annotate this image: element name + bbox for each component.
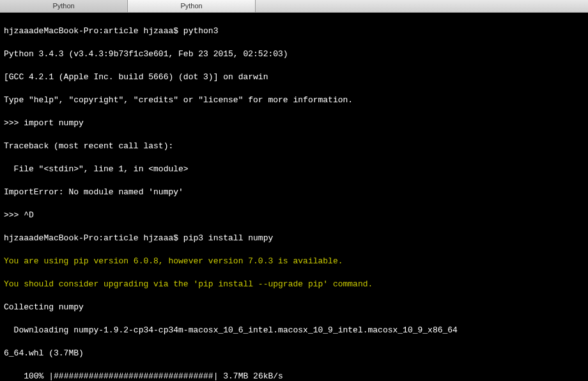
term-line: >>> import numpy: [4, 118, 584, 129]
tab-bar: Python Python: [0, 0, 588, 13]
term-line: Traceback (most recent call last):: [4, 141, 584, 152]
term-line: >>> ^D: [4, 210, 584, 221]
term-line: 100% |################################| …: [4, 371, 584, 381]
term-line: Python 3.4.3 (v3.4.3:9b73f1c3e601, Feb 2…: [4, 49, 584, 60]
term-line-warning: You are using pip version 6.0.8, however…: [4, 256, 584, 267]
terminal-output[interactable]: hjzaaadeMacBook-Pro:article hjzaaa$ pyth…: [0, 13, 588, 381]
term-line: File "<stdin>", line 1, in <module>: [4, 164, 584, 175]
term-line: 6_64.whl (3.7MB): [4, 348, 584, 359]
term-line: ImportError: No module named 'numpy': [4, 187, 584, 198]
tab-python-1[interactable]: Python: [0, 0, 128, 12]
tab-python-2[interactable]: Python: [128, 0, 256, 12]
term-line: [GCC 4.2.1 (Apple Inc. build 5666) (dot …: [4, 72, 584, 83]
term-line: Collecting numpy: [4, 302, 584, 313]
term-line: hjzaaadeMacBook-Pro:article hjzaaa$ pip3…: [4, 233, 584, 244]
term-line: Downloading numpy-1.9.2-cp34-cp34m-macos…: [4, 325, 584, 336]
term-line: Type "help", "copyright", "credits" or "…: [4, 95, 584, 106]
term-line: hjzaaadeMacBook-Pro:article hjzaaa$ pyth…: [4, 26, 584, 37]
term-line-warning: You should consider upgrading via the 'p…: [4, 279, 584, 290]
